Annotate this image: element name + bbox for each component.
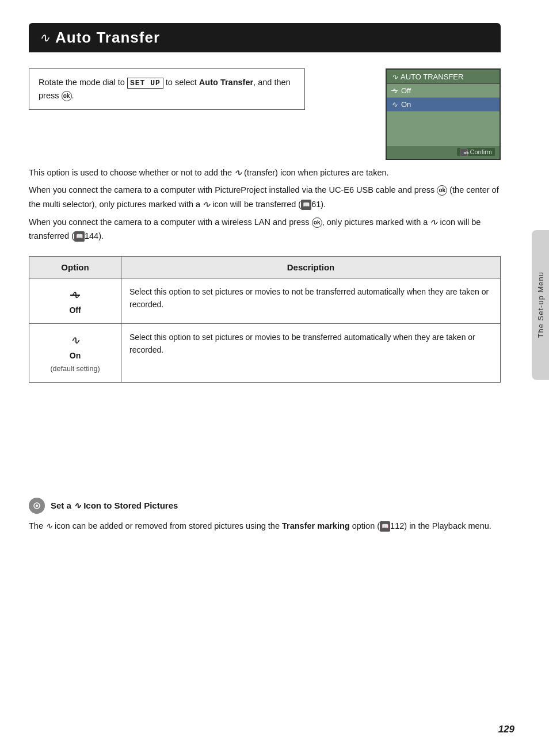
side-tab-text: The Set-up Menu xyxy=(536,272,545,338)
ref-icon-tip: 📖 xyxy=(380,521,390,532)
svg-point-2 xyxy=(36,505,38,507)
table-cell-on-description: Select this option to set pictures or mo… xyxy=(121,324,501,383)
on-option-icon: ∿ xyxy=(37,331,113,349)
screen-empty-area xyxy=(387,112,500,146)
wave-icon-tip: ∿ xyxy=(45,521,52,530)
wave-icon-inline-2: ∿ xyxy=(202,197,211,212)
setup-label: SET UP xyxy=(127,78,163,89)
body-paragraph-1: This option is used to choose whether or… xyxy=(29,166,501,180)
ok-symbol-3: ok xyxy=(312,217,322,228)
screen-on-label: On xyxy=(401,100,411,109)
off-option-label: Off xyxy=(69,306,81,315)
screen-footer: ok Confirm xyxy=(387,146,500,159)
page-title-bar: ∿ Auto Transfer xyxy=(29,23,501,52)
table-header-description: Description xyxy=(121,256,501,278)
tip-icon xyxy=(29,498,45,514)
screen-wave-icon: ∿ xyxy=(391,72,398,81)
intro-text-3: . xyxy=(72,91,74,100)
ref-icon-2: 📖 xyxy=(74,231,85,242)
camera-tip-icon xyxy=(32,501,42,511)
tip-title: Set a ∿ Icon to Stored Pictures xyxy=(51,501,178,511)
screen-confirm-label: ok Confirm xyxy=(457,148,495,156)
on-option-sub: (default setting) xyxy=(50,365,100,373)
table-header-option: Option xyxy=(29,256,121,278)
side-tab: The Set-up Menu xyxy=(532,230,549,380)
ok-button-symbol: ok xyxy=(62,91,72,101)
screen-header-text: AUTO TRANSFER xyxy=(401,72,463,81)
page-title: Auto Transfer xyxy=(55,29,160,47)
screen-off-label: Off xyxy=(401,86,411,95)
table-cell-off-description: Select this option to set pictures or mo… xyxy=(121,278,501,323)
bottom-tip-section: Set a ∿ Icon to Stored Pictures The ∿ ic… xyxy=(29,498,501,533)
wave-icon-inline-1: ∿ xyxy=(234,166,243,180)
table-cell-on-option: ∿ On (default setting) xyxy=(29,324,121,383)
table-row-on: ∿ On (default setting) Select this optio… xyxy=(29,324,501,383)
table-row-off: ∿ Off Select this option to set pictures… xyxy=(29,278,501,323)
screen-row-off: ∿ Off xyxy=(387,84,500,98)
screen-on-icon: ∿ xyxy=(391,100,398,109)
table-cell-off-option: ∿ Off xyxy=(29,278,121,323)
on-option-label: On xyxy=(70,351,81,360)
ok-symbol-2: ok xyxy=(437,185,447,196)
intro-box: Rotate the mode dial to SET UP to select… xyxy=(29,68,305,110)
ref-icon-1: 📖 xyxy=(301,200,311,211)
title-wave-icon: ∿ xyxy=(39,30,49,45)
tip-body: The ∿ icon can be added or removed from … xyxy=(29,520,501,533)
body-paragraph-3: When you connect the camera to a compute… xyxy=(29,215,501,243)
screen-header: ∿ AUTO TRANSFER xyxy=(387,70,500,84)
tip-header: Set a ∿ Icon to Stored Pictures xyxy=(29,498,501,514)
page-number: 129 xyxy=(498,724,514,735)
camera-screen-mockup: ∿ AUTO TRANSFER ∿ Off ∿ On ok Confirm xyxy=(386,68,501,160)
options-table: Option Description ∿ Off Select this opt… xyxy=(29,256,501,383)
off-option-icon: ∿ xyxy=(37,285,113,304)
intro-section: Rotate the mode dial to SET UP to select… xyxy=(29,68,501,160)
body-paragraph-2: When you connect the camera to a compute… xyxy=(29,184,501,212)
screen-row-on: ∿ On xyxy=(387,98,500,112)
intro-text-1: Rotate the mode dial to xyxy=(39,78,127,87)
wave-icon-inline-3: ∿ xyxy=(429,215,439,230)
screen-off-icon: ∿ xyxy=(391,86,398,95)
